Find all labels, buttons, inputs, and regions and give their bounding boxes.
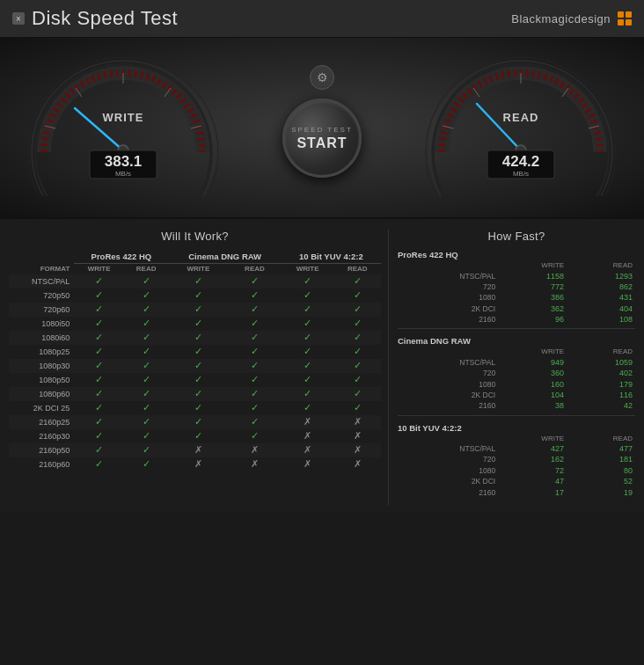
check-icon: ✓	[143, 388, 150, 398]
check-cell: ✗	[282, 457, 334, 471]
hf-read-value: 116	[567, 390, 635, 400]
hf-row-label: NTSC/PAL	[398, 270, 498, 281]
hf-read-value: 402	[567, 368, 635, 378]
check-icon: ✓	[251, 275, 259, 286]
hf-codec-title: Cinema DNG RAW	[398, 336, 635, 346]
read-gauge-svg: READ 424.2 MB/s	[424, 55, 618, 196]
check-cell: ✓	[169, 373, 229, 387]
brand-logo: Blackmagicdesign	[511, 11, 632, 26]
format-label: 720p60	[9, 303, 74, 317]
check-cell: ✓	[169, 359, 229, 373]
hf-write-value: 949	[498, 357, 567, 368]
hf-write-value: 427	[498, 443, 567, 454]
format-label: NTSC/PAL	[9, 274, 74, 289]
close-button[interactable]: ×	[12, 12, 25, 25]
check-cell: ✗	[228, 457, 282, 471]
check-cell: ✓	[74, 443, 124, 457]
check-icon: ✓	[143, 360, 150, 370]
check-cell: ✓	[228, 345, 282, 359]
hf-row-label: 720	[398, 454, 498, 464]
check-cell: ✓	[124, 457, 169, 471]
hf-read-value: 52	[567, 476, 635, 486]
hf-write-value: 772	[498, 281, 567, 292]
check-cell: ✓	[124, 359, 169, 373]
hf-write-value: 386	[498, 292, 567, 303]
cross-icon: ✗	[354, 416, 362, 427]
check-cell: ✓	[74, 429, 124, 443]
check-cell: ✓	[228, 373, 282, 387]
check-icon: ✓	[143, 374, 150, 384]
check-cell: ✓	[124, 443, 169, 457]
divider	[398, 415, 635, 416]
hf-write-value: 162	[498, 454, 567, 464]
yuv-read-header: READ	[333, 263, 381, 274]
hf-write-value: 17	[498, 486, 567, 497]
check-icon: ✓	[251, 388, 259, 398]
gear-button[interactable]: ⚙	[310, 65, 334, 90]
format-label: 1080p30	[9, 359, 74, 373]
start-button[interactable]: SPEED TEST START	[282, 99, 362, 178]
hf-row-label: 2K DCI	[398, 303, 498, 314]
brand-dot-2	[626, 11, 632, 18]
check-icon: ✓	[95, 332, 103, 342]
check-cell: ✓	[282, 331, 334, 345]
list-item: 216096108	[398, 314, 635, 325]
table-row: 2K DCI 25✓✓✓✓✓✓	[9, 401, 381, 415]
check-icon: ✓	[304, 289, 311, 300]
cross-icon: ✗	[304, 444, 311, 455]
hf-row-label: 720	[398, 368, 498, 378]
check-icon: ✓	[95, 303, 103, 314]
hf-row-label: 720	[398, 281, 498, 292]
hf-write-value: 96	[498, 314, 567, 325]
hf-write-header: WRITE	[498, 347, 567, 356]
data-area: Will It Work? ProRes 422 HQ Cinema DNG R…	[0, 219, 644, 512]
list-item: 2K DCI104116	[398, 390, 635, 400]
check-icon: ✓	[194, 289, 202, 300]
check-icon: ✓	[95, 346, 103, 356]
hf-row-label: NTSC/PAL	[398, 357, 498, 368]
check-icon: ✓	[354, 346, 362, 356]
check-icon: ✓	[95, 430, 103, 441]
cross-icon: ✗	[304, 458, 311, 469]
hf-read-header: READ	[567, 260, 635, 270]
check-icon: ✓	[194, 346, 202, 356]
format-label: 1080i50	[9, 317, 74, 331]
hf-write-header: WRITE	[498, 260, 567, 270]
check-icon: ✓	[143, 289, 150, 300]
check-cell: ✓	[333, 387, 381, 401]
check-icon: ✓	[354, 360, 362, 370]
check-cell: ✓	[169, 387, 229, 401]
cross-icon: ✗	[251, 458, 259, 469]
check-cell: ✓	[333, 401, 381, 415]
check-icon: ✓	[143, 332, 150, 342]
codec-dng-header: Cinema DNG RAW	[169, 250, 282, 263]
check-icon: ✓	[194, 388, 202, 398]
hf-row-label: 2160	[398, 314, 498, 325]
table-row: NTSC/PAL✓✓✓✓✓✓	[9, 274, 381, 289]
check-icon: ✓	[194, 303, 202, 314]
table-row: 720p50✓✓✓✓✓✓	[9, 289, 381, 303]
codec-prores-header: ProRes 422 HQ	[74, 250, 168, 263]
cross-icon: ✗	[354, 458, 362, 469]
hf-read-value: 42	[567, 400, 635, 411]
list-item: 720162181	[398, 454, 635, 464]
check-cell: ✓	[74, 289, 124, 303]
hf-row-label: NTSC/PAL	[398, 443, 498, 454]
check-cell: ✗	[282, 443, 334, 457]
check-cell: ✓	[282, 274, 334, 289]
check-cell: ✓	[282, 303, 334, 317]
check-icon: ✓	[304, 402, 311, 413]
svg-text:383.1: 383.1	[105, 153, 143, 170]
check-icon: ✓	[304, 346, 311, 356]
hf-read-value: 179	[567, 378, 635, 389]
hf-row-label: 1080	[398, 378, 498, 389]
check-cell: ✗	[169, 457, 229, 471]
check-icon: ✓	[251, 332, 259, 342]
list-item: 10807280	[398, 465, 635, 476]
hf-write-header: WRITE	[498, 434, 567, 443]
prores-write-header: WRITE	[74, 263, 124, 274]
check-icon: ✓	[95, 360, 103, 370]
check-icon: ✓	[354, 402, 362, 413]
format-label: 1080i60	[9, 331, 74, 345]
format-label: 2160p25	[9, 415, 74, 429]
